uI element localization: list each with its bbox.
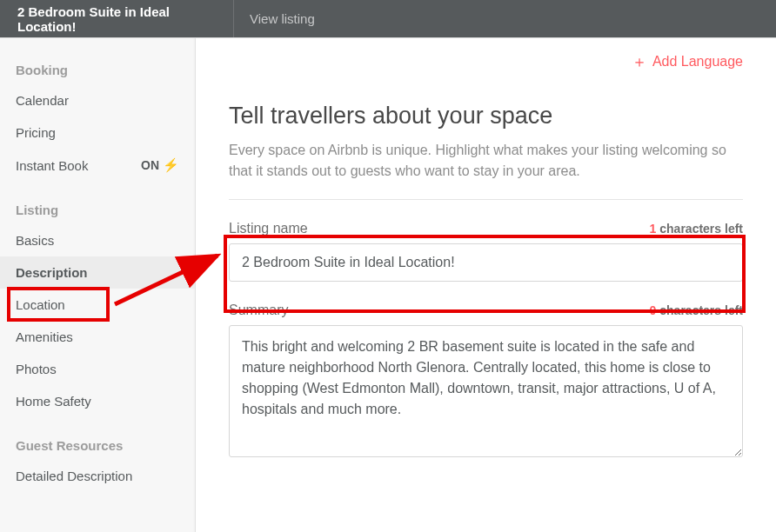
topbar: 2 Bedroom Suite in Ideal Location! View …	[0, 0, 776, 37]
page-title: Tell travellers about your space	[229, 103, 743, 130]
sidebar-item-label: Basics	[16, 233, 54, 248]
sidebar-section-listing: Listing	[0, 194, 195, 224]
listing-title: 2 Bedroom Suite in Ideal Location!	[0, 0, 234, 37]
sidebar-item-instant-book[interactable]: Instant Book ON ⚡	[0, 149, 195, 182]
page-subtitle: Every space on Airbnb is unique. Highlig…	[229, 140, 743, 200]
chars-left-suffix: characters left	[659, 222, 743, 236]
sidebar-item-photos[interactable]: Photos	[0, 353, 195, 385]
sidebar-item-detailed-description[interactable]: Detailed Description	[0, 460, 195, 492]
summary-textarea[interactable]	[229, 325, 743, 457]
listing-name-group: Listing name 1 characters left	[229, 221, 743, 282]
sidebar-section-guest-resources: Guest Resources	[0, 429, 195, 460]
sidebar-section-booking: Booking	[0, 54, 195, 84]
listing-name-input[interactable]	[229, 243, 743, 282]
view-listing-link[interactable]: View listing	[234, 0, 331, 37]
sidebar-item-amenities[interactable]: Amenities	[0, 321, 195, 353]
sidebar-item-label: Location	[16, 297, 65, 312]
listing-name-label: Listing name	[229, 221, 308, 236]
add-language-button[interactable]: ＋ Add Language	[632, 54, 743, 70]
listing-name-chars-left: 1 characters left	[650, 222, 743, 236]
sidebar-item-pricing[interactable]: Pricing	[0, 116, 195, 149]
chars-left-number: 0	[650, 303, 657, 317]
plus-icon: ＋	[632, 54, 647, 70]
main-content: ＋ Add Language Tell travellers about you…	[196, 38, 776, 532]
sidebar-item-label: Photos	[16, 362, 57, 376]
sidebar-item-home-safety[interactable]: Home Safety	[0, 385, 195, 417]
sidebar-item-label: Home Safety	[16, 394, 91, 409]
instant-book-toggle[interactable]: ON ⚡	[141, 157, 179, 173]
summary-label: Summary	[229, 303, 288, 318]
chars-left-number: 1	[650, 222, 657, 236]
sidebar-item-label: Detailed Description	[16, 469, 132, 483]
sidebar-item-description[interactable]: Description	[0, 256, 195, 289]
sidebar-item-location[interactable]: Location	[0, 289, 195, 321]
summary-chars-left: 0 characters left	[650, 303, 743, 317]
add-language-label: Add Language	[652, 54, 743, 70]
summary-group: Summary 0 characters left	[229, 303, 743, 461]
sidebar: Booking Calendar Pricing Instant Book ON…	[0, 38, 196, 532]
sidebar-item-label: Pricing	[16, 125, 56, 140]
sidebar-item-label: Instant Book	[16, 158, 88, 173]
toggle-state: ON	[141, 158, 159, 172]
bolt-icon: ⚡	[163, 157, 179, 173]
sidebar-item-label: Amenities	[16, 329, 73, 344]
sidebar-item-label: Calendar	[16, 93, 69, 108]
sidebar-item-basics[interactable]: Basics	[0, 224, 195, 256]
sidebar-item-calendar[interactable]: Calendar	[0, 84, 195, 116]
chars-left-suffix: characters left	[659, 303, 743, 317]
sidebar-item-label: Description	[16, 265, 88, 280]
